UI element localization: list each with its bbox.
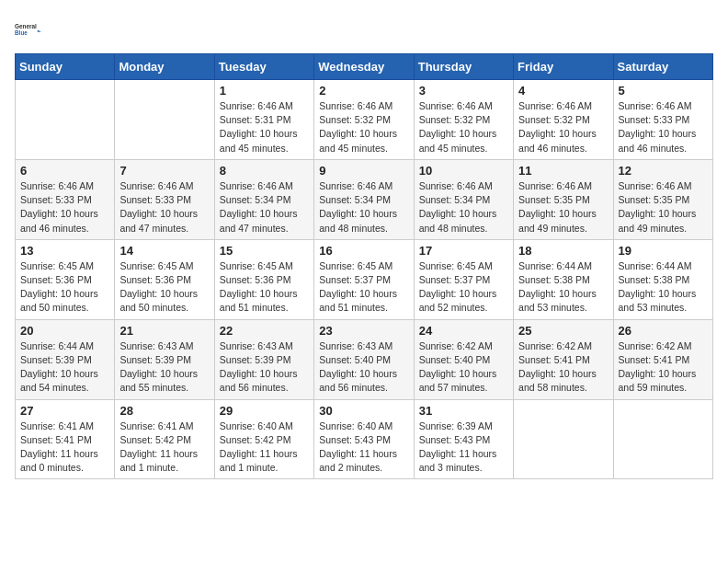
calendar-cell: 4Sunrise: 6:46 AM Sunset: 5:32 PM Daylig… (514, 80, 613, 160)
day-info: Sunrise: 6:46 AM Sunset: 5:32 PM Dayligh… (518, 99, 608, 155)
calendar-week-row: 20Sunrise: 6:44 AM Sunset: 5:39 PM Dayli… (16, 319, 713, 399)
day-number: 2 (319, 84, 408, 98)
calendar-cell: 29Sunrise: 6:40 AM Sunset: 5:42 PM Dayli… (214, 399, 313, 479)
day-info: Sunrise: 6:40 AM Sunset: 5:43 PM Dayligh… (319, 419, 408, 476)
day-number: 25 (518, 324, 608, 338)
day-info: Sunrise: 6:40 AM Sunset: 5:42 PM Dayligh… (220, 419, 309, 476)
day-number: 6 (20, 164, 109, 178)
calendar-cell: 14Sunrise: 6:45 AM Sunset: 5:36 PM Dayli… (115, 239, 214, 319)
calendar-cell: 30Sunrise: 6:40 AM Sunset: 5:43 PM Dayli… (314, 399, 414, 479)
calendar-header-row: SundayMondayTuesdayWednesdayThursdayFrid… (16, 54, 713, 80)
day-number: 7 (119, 164, 209, 178)
day-number: 4 (518, 84, 608, 98)
day-number: 28 (119, 404, 209, 418)
day-info: Sunrise: 6:41 AM Sunset: 5:42 PM Dayligh… (119, 419, 209, 476)
day-info: Sunrise: 6:44 AM Sunset: 5:38 PM Dayligh… (619, 259, 708, 316)
day-info: Sunrise: 6:46 AM Sunset: 5:32 PM Dayligh… (419, 99, 508, 155)
day-info: Sunrise: 6:39 AM Sunset: 5:43 PM Dayligh… (419, 419, 508, 476)
day-info: Sunrise: 6:42 AM Sunset: 5:40 PM Dayligh… (419, 339, 508, 396)
day-info: Sunrise: 6:46 AM Sunset: 5:34 PM Dayligh… (319, 179, 408, 236)
day-info: Sunrise: 6:46 AM Sunset: 5:35 PM Dayligh… (619, 179, 708, 236)
calendar-cell: 8Sunrise: 6:46 AM Sunset: 5:34 PM Daylig… (214, 159, 313, 239)
svg-text:General: General (15, 23, 37, 29)
day-number: 23 (319, 324, 408, 338)
day-number: 10 (419, 164, 508, 178)
calendar-cell: 25Sunrise: 6:42 AM Sunset: 5:41 PM Dayli… (514, 319, 613, 399)
calendar-cell (16, 80, 115, 160)
day-number: 12 (619, 164, 708, 178)
day-number: 16 (319, 244, 408, 258)
calendar-cell: 27Sunrise: 6:41 AM Sunset: 5:41 PM Dayli… (16, 399, 115, 479)
day-number: 31 (419, 404, 508, 418)
calendar-cell: 11Sunrise: 6:46 AM Sunset: 5:35 PM Dayli… (514, 159, 613, 239)
day-number: 29 (220, 404, 309, 418)
calendar-week-row: 13Sunrise: 6:45 AM Sunset: 5:36 PM Dayli… (16, 239, 713, 319)
calendar-cell: 19Sunrise: 6:44 AM Sunset: 5:38 PM Dayli… (613, 239, 712, 319)
day-info: Sunrise: 6:46 AM Sunset: 5:35 PM Dayligh… (518, 179, 608, 236)
weekday-header: Monday (115, 54, 214, 80)
svg-marker-2 (38, 29, 41, 31)
day-number: 15 (220, 244, 309, 258)
calendar-cell: 12Sunrise: 6:46 AM Sunset: 5:35 PM Dayli… (613, 159, 712, 239)
weekday-header: Wednesday (314, 54, 414, 80)
svg-text:Blue: Blue (15, 29, 28, 36)
day-number: 11 (518, 164, 608, 178)
day-info: Sunrise: 6:44 AM Sunset: 5:39 PM Dayligh… (20, 339, 109, 396)
day-info: Sunrise: 6:45 AM Sunset: 5:36 PM Dayligh… (20, 259, 109, 316)
calendar-cell: 17Sunrise: 6:45 AM Sunset: 5:37 PM Dayli… (414, 239, 513, 319)
day-number: 22 (220, 324, 309, 338)
calendar-week-row: 27Sunrise: 6:41 AM Sunset: 5:41 PM Dayli… (16, 399, 713, 479)
day-number: 20 (20, 324, 109, 338)
weekday-header: Tuesday (214, 54, 313, 80)
day-number: 9 (319, 164, 408, 178)
calendar-cell: 2Sunrise: 6:46 AM Sunset: 5:32 PM Daylig… (314, 80, 414, 160)
day-info: Sunrise: 6:43 AM Sunset: 5:39 PM Dayligh… (220, 339, 309, 396)
calendar-cell: 20Sunrise: 6:44 AM Sunset: 5:39 PM Dayli… (16, 319, 115, 399)
calendar-cell (613, 399, 712, 479)
weekday-header: Sunday (16, 54, 115, 80)
calendar-cell: 26Sunrise: 6:42 AM Sunset: 5:41 PM Dayli… (613, 319, 712, 399)
day-info: Sunrise: 6:45 AM Sunset: 5:36 PM Dayligh… (119, 259, 209, 316)
day-info: Sunrise: 6:46 AM Sunset: 5:32 PM Dayligh… (319, 99, 408, 155)
calendar-cell (115, 80, 214, 160)
calendar-cell (514, 399, 613, 479)
calendar-cell: 24Sunrise: 6:42 AM Sunset: 5:40 PM Dayli… (414, 319, 513, 399)
calendar-cell: 22Sunrise: 6:43 AM Sunset: 5:39 PM Dayli… (214, 319, 313, 399)
calendar-table: SundayMondayTuesdayWednesdayThursdayFrid… (15, 53, 713, 479)
calendar-cell: 16Sunrise: 6:45 AM Sunset: 5:37 PM Dayli… (314, 239, 414, 319)
calendar-cell: 10Sunrise: 6:46 AM Sunset: 5:34 PM Dayli… (414, 159, 513, 239)
day-info: Sunrise: 6:42 AM Sunset: 5:41 PM Dayligh… (619, 339, 708, 396)
day-info: Sunrise: 6:42 AM Sunset: 5:41 PM Dayligh… (518, 339, 608, 396)
day-info: Sunrise: 6:46 AM Sunset: 5:33 PM Dayligh… (119, 179, 209, 236)
day-number: 1 (220, 84, 309, 98)
calendar-cell: 28Sunrise: 6:41 AM Sunset: 5:42 PM Dayli… (115, 399, 214, 479)
calendar-cell: 7Sunrise: 6:46 AM Sunset: 5:33 PM Daylig… (115, 159, 214, 239)
day-info: Sunrise: 6:45 AM Sunset: 5:36 PM Dayligh… (220, 259, 309, 316)
day-number: 19 (619, 244, 708, 258)
day-info: Sunrise: 6:45 AM Sunset: 5:37 PM Dayligh… (319, 259, 408, 316)
day-info: Sunrise: 6:46 AM Sunset: 5:34 PM Dayligh… (419, 179, 508, 236)
weekday-header: Saturday (613, 54, 712, 80)
calendar-cell: 31Sunrise: 6:39 AM Sunset: 5:43 PM Dayli… (414, 399, 513, 479)
day-number: 30 (319, 404, 408, 418)
day-number: 24 (419, 324, 508, 338)
calendar-cell: 15Sunrise: 6:45 AM Sunset: 5:36 PM Dayli… (214, 239, 313, 319)
logo: GeneralBlue (15, 15, 44, 44)
day-info: Sunrise: 6:43 AM Sunset: 5:40 PM Dayligh… (319, 339, 408, 396)
weekday-header: Friday (514, 54, 613, 80)
calendar-cell: 6Sunrise: 6:46 AM Sunset: 5:33 PM Daylig… (16, 159, 115, 239)
day-info: Sunrise: 6:43 AM Sunset: 5:39 PM Dayligh… (119, 339, 209, 396)
calendar-week-row: 1Sunrise: 6:46 AM Sunset: 5:31 PM Daylig… (16, 80, 713, 160)
calendar-cell: 13Sunrise: 6:45 AM Sunset: 5:36 PM Dayli… (16, 239, 115, 319)
day-number: 13 (20, 244, 109, 258)
logo-icon: GeneralBlue (15, 15, 44, 44)
calendar-cell: 18Sunrise: 6:44 AM Sunset: 5:38 PM Dayli… (514, 239, 613, 319)
day-info: Sunrise: 6:46 AM Sunset: 5:33 PM Dayligh… (619, 99, 708, 155)
calendar-cell: 3Sunrise: 6:46 AM Sunset: 5:32 PM Daylig… (414, 80, 513, 160)
calendar-cell: 23Sunrise: 6:43 AM Sunset: 5:40 PM Dayli… (314, 319, 414, 399)
day-number: 8 (220, 164, 309, 178)
day-info: Sunrise: 6:41 AM Sunset: 5:41 PM Dayligh… (20, 419, 109, 476)
calendar-cell: 9Sunrise: 6:46 AM Sunset: 5:34 PM Daylig… (314, 159, 414, 239)
day-info: Sunrise: 6:46 AM Sunset: 5:34 PM Dayligh… (220, 179, 309, 236)
weekday-header: Thursday (414, 54, 513, 80)
